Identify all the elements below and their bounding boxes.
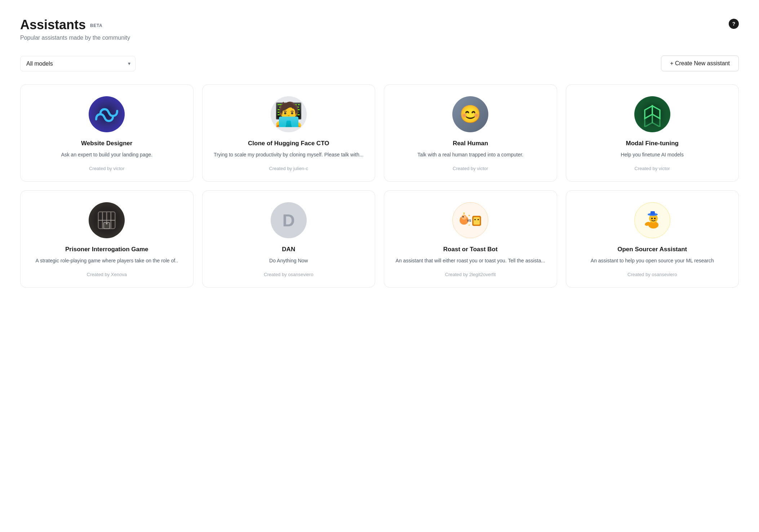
card-desc-opensource: An assistant to help you open source you…: [591, 257, 714, 265]
svg-point-26: [651, 218, 653, 219]
create-assistant-button[interactable]: + Create New assistant: [661, 56, 739, 71]
avatar-roast: VS ✦ ✦: [452, 202, 488, 238]
card-desc-roast: An assistant that will either roast you …: [396, 257, 545, 265]
page-header: Assistants BETA Popular assistants made …: [20, 17, 739, 41]
svg-point-14: [462, 216, 464, 218]
card-creator-dan: Created by osanseviero: [264, 272, 313, 277]
svg-point-10: [106, 223, 108, 225]
help-button[interactable]: ?: [729, 19, 739, 29]
card-desc-real-human: Talk with a real human trapped into a co…: [417, 151, 523, 159]
card-title-website-designer: Website Designer: [81, 139, 132, 147]
card-title-hf-cto: Clone of Hugging Face CTO: [248, 139, 329, 147]
avatar-website-designer: [89, 96, 125, 132]
card-title-real-human: Real Human: [453, 139, 488, 147]
card-prisoner[interactable]: Prisoner Interrogation Game A strategic …: [20, 190, 194, 288]
avatar-prisoner: [89, 202, 125, 238]
svg-rect-25: [651, 211, 655, 215]
svg-point-17: [475, 219, 476, 221]
card-title-modal: Modal Fine-tuning: [626, 139, 679, 147]
svg-point-27: [654, 218, 656, 219]
avatar-real-human: 😊: [452, 96, 488, 132]
card-creator-prisoner: Created by Xenova: [87, 272, 127, 277]
card-desc-modal: Help you finetune AI models: [621, 151, 684, 159]
card-creator-opensource: Created by osanseviero: [627, 272, 677, 277]
card-modal[interactable]: Modal Fine-tuning Help you finetune AI m…: [566, 84, 739, 182]
modal-logo-icon: [640, 102, 665, 127]
card-real-human[interactable]: 😊 Real Human Talk with a real human trap…: [384, 84, 557, 182]
opensource-character-icon: [640, 208, 665, 233]
svg-marker-3: [652, 114, 660, 127]
card-dan[interactable]: D DAN Do Anything Now Created by osansev…: [202, 190, 376, 288]
card-title-dan: DAN: [282, 245, 295, 253]
svg-point-12: [462, 214, 467, 220]
card-desc-dan: Do Anything Now: [269, 257, 308, 265]
svg-marker-2: [645, 114, 652, 127]
card-opensource[interactable]: Open Sourcer Assistant An assistant to h…: [566, 190, 739, 288]
card-creator-website-designer: Created by victor: [89, 166, 124, 171]
header-left: Assistants BETA Popular assistants made …: [20, 17, 130, 41]
avatar-dan: D: [271, 202, 307, 238]
svg-text:✦: ✦: [468, 214, 471, 217]
tailwind-wave-icon: [94, 102, 119, 127]
model-select[interactable]: All models GPT-4 GPT-3.5 Claude Llama: [20, 56, 136, 71]
assistants-grid: Website Designer Ask an expert to build …: [20, 84, 739, 288]
hf-cto-emoji: 🧑‍💻: [274, 103, 303, 126]
card-title-opensource: Open Sourcer Assistant: [617, 245, 687, 253]
beta-badge: BETA: [90, 23, 102, 28]
card-creator-roast: Created by 2legit2overfit: [445, 272, 496, 277]
card-creator-real-human: Created by victor: [453, 166, 488, 171]
card-desc-hf-cto: Trying to scale my productivity by cloni…: [214, 151, 364, 159]
card-desc-prisoner: A strategic role-playing game where play…: [36, 257, 178, 265]
card-roast[interactable]: VS ✦ ✦ Roast or Toast Bot An assistant t…: [384, 190, 557, 288]
page-subtitle: Popular assistants made by the community: [20, 35, 130, 41]
svg-text:✦: ✦: [468, 224, 470, 226]
card-title-prisoner: Prisoner Interrogation Game: [65, 245, 148, 253]
prison-icon: [94, 208, 119, 233]
card-hf-cto[interactable]: 🧑‍💻 Clone of Hugging Face CTO Trying to …: [202, 84, 376, 182]
avatar-modal: [634, 96, 670, 132]
svg-text:VS: VS: [467, 219, 471, 222]
card-creator-modal: Created by victor: [635, 166, 670, 171]
card-title-roast: Roast or Toast Bot: [443, 245, 498, 253]
toolbar: All models GPT-4 GPT-3.5 Claude Llama ▾ …: [20, 56, 739, 71]
avatar-hf-cto: 🧑‍💻: [271, 96, 307, 132]
card-website-designer[interactable]: Website Designer Ask an expert to build …: [20, 84, 194, 182]
roast-characters-icon: VS ✦ ✦: [458, 208, 483, 233]
svg-rect-16: [474, 217, 480, 225]
svg-point-18: [478, 219, 479, 221]
real-human-emoji: 😊: [460, 104, 481, 124]
title-text: Assistants: [20, 17, 86, 32]
model-select-wrapper: All models GPT-4 GPT-3.5 Claude Llama ▾: [20, 56, 136, 71]
avatar-opensource: [634, 202, 670, 238]
card-creator-hf-cto: Created by julien-c: [269, 166, 308, 171]
card-desc-website-designer: Ask an expert to build your landing page…: [61, 151, 152, 159]
dan-initial: D: [282, 210, 295, 230]
page-title: Assistants BETA: [20, 17, 130, 32]
svg-marker-13: [463, 213, 465, 214]
